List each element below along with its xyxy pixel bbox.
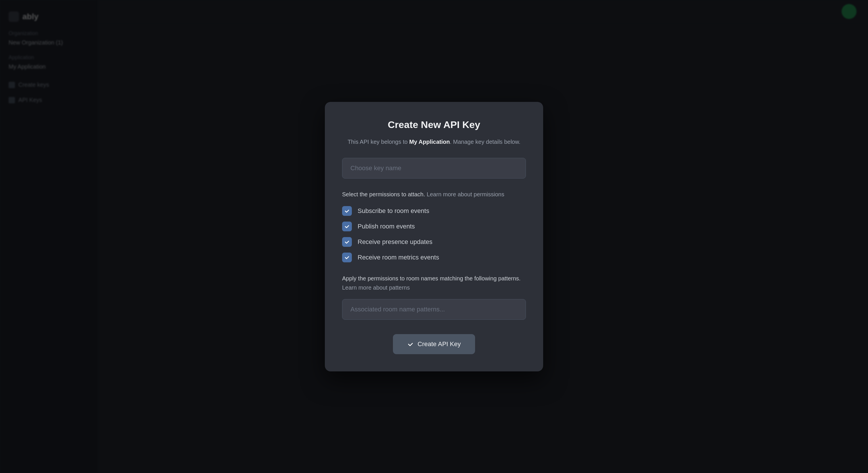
key-name-input[interactable] bbox=[342, 158, 526, 178]
permission-item-subscribe: Subscribe to room events bbox=[342, 206, 526, 216]
permission-publish-label: Publish room events bbox=[358, 223, 415, 230]
checkbox-subscribe[interactable] bbox=[342, 206, 352, 216]
modal-subtitle: This API key belongs to My Application. … bbox=[342, 137, 526, 146]
permissions-label: Select the permissions to attach. Learn … bbox=[342, 190, 526, 199]
patterns-input[interactable] bbox=[342, 299, 526, 320]
permission-metrics-label: Receive room metrics events bbox=[358, 254, 439, 261]
create-api-key-modal: Create New API Key This API key belongs … bbox=[325, 102, 543, 371]
modal-overlay: Create New API Key This API key belongs … bbox=[0, 0, 868, 473]
permissions-list: Subscribe to room events Publish room ev… bbox=[342, 206, 526, 262]
create-button-label: Create API Key bbox=[417, 340, 461, 348]
create-api-key-button[interactable]: Create API Key bbox=[393, 334, 475, 354]
subtitle-part2: . Manage key details below. bbox=[450, 139, 521, 145]
permission-item-publish: Publish room events bbox=[342, 222, 526, 231]
patterns-label: Apply the permissions to room names matc… bbox=[342, 274, 526, 292]
checkmark-icon bbox=[407, 341, 413, 347]
checkbox-presence[interactable] bbox=[342, 237, 352, 247]
permission-item-metrics: Receive room metrics events bbox=[342, 252, 526, 262]
patterns-learn-more-link[interactable]: Learn more about patterns bbox=[342, 284, 410, 291]
permission-item-presence: Receive presence updates bbox=[342, 237, 526, 247]
checkbox-publish[interactable] bbox=[342, 222, 352, 231]
permissions-learn-more-link[interactable]: Learn more about permissions bbox=[427, 191, 504, 198]
permission-subscribe-label: Subscribe to room events bbox=[358, 207, 429, 215]
modal-title: Create New API Key bbox=[342, 119, 526, 130]
checkbox-metrics[interactable] bbox=[342, 252, 352, 262]
subtitle-part1: This API key belongs to bbox=[347, 139, 409, 145]
subtitle-app-name: My Application bbox=[409, 139, 450, 145]
permission-presence-label: Receive presence updates bbox=[358, 238, 433, 246]
